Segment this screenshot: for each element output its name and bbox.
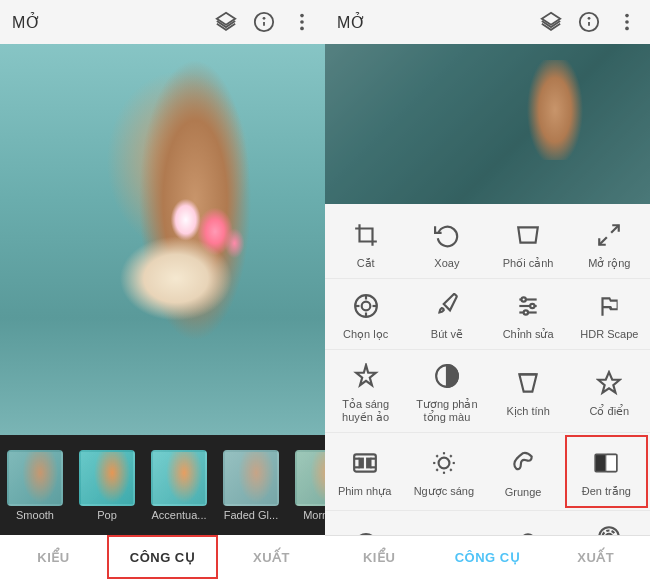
svg-marker-30 bbox=[599, 372, 621, 393]
svg-line-44 bbox=[450, 470, 452, 472]
right-title: MỞ bbox=[337, 13, 540, 32]
tool-xoay-label: Xoay bbox=[434, 257, 459, 269]
filter-strip: Smooth Pop Accentua... Faded Gl... Morni… bbox=[0, 435, 325, 535]
filter-label-morning: Morning bbox=[303, 509, 325, 521]
crop-icon bbox=[348, 217, 384, 253]
right-topbar-icons bbox=[540, 11, 638, 33]
filter-label-accentua: Accentua... bbox=[151, 509, 206, 521]
tab-kieu-right[interactable]: KIỂU bbox=[325, 536, 433, 579]
tool-nguoc-sang-label: Ngược sáng bbox=[414, 485, 474, 498]
drama-icon bbox=[510, 365, 546, 401]
right-layers-icon[interactable] bbox=[540, 11, 562, 33]
left-photo bbox=[0, 44, 325, 435]
svg-point-12 bbox=[625, 20, 629, 24]
tool-den-trang[interactable]: Đen trắng bbox=[565, 435, 648, 508]
tool-hdr-scape[interactable]: HDR Scape bbox=[569, 279, 650, 349]
head-icon bbox=[510, 526, 546, 535]
tool-kich-tinh-label: Kịch tính bbox=[506, 405, 549, 418]
tool-but-ve[interactable]: Bút vẽ bbox=[406, 279, 487, 349]
bw-icon bbox=[588, 445, 624, 481]
rotate-icon bbox=[429, 217, 465, 253]
tool-phim-nhua-label: Phim nhựa bbox=[338, 485, 391, 498]
tool-phoi-canh[interactable]: Phối cảnh bbox=[488, 208, 569, 278]
svg-rect-47 bbox=[596, 455, 607, 472]
svg-point-13 bbox=[625, 27, 629, 31]
film-icon bbox=[347, 445, 383, 481]
tool-grunge[interactable]: Grunge bbox=[484, 433, 563, 510]
tool-cat[interactable]: Cắt bbox=[325, 208, 406, 278]
tool-hdr-label: HDR Scape bbox=[580, 328, 638, 340]
filter-item[interactable]: Morning bbox=[288, 446, 325, 525]
filter-item[interactable]: Pop bbox=[72, 446, 142, 525]
right-more-vert-icon[interactable] bbox=[616, 11, 638, 33]
tool-noir[interactable]: Noir bbox=[325, 511, 406, 535]
blur-icon bbox=[591, 519, 627, 535]
sparkle-icon bbox=[348, 358, 384, 394]
svg-point-11 bbox=[625, 14, 629, 18]
tool-lam-mo[interactable]: Làm mờống kính bbox=[569, 511, 650, 535]
right-panel: MỞ bbox=[325, 0, 650, 579]
grunge-icon bbox=[505, 446, 541, 482]
right-photo-preview bbox=[325, 44, 650, 204]
tool-mo-rong-label: Mở rộng bbox=[588, 257, 630, 270]
left-bottom-tabs: KIỂU CÔNG CỤ XUẤT bbox=[0, 535, 325, 579]
tools-row-4: Phim nhựa Ngược sáng bbox=[325, 433, 650, 511]
tab-xuat-right[interactable]: XUẤT bbox=[542, 536, 650, 579]
hdr-icon bbox=[591, 288, 627, 324]
filter-item[interactable]: Smooth bbox=[0, 446, 70, 525]
svg-line-15 bbox=[600, 237, 608, 245]
tab-cong-cu-left[interactable]: CÔNG CỤ bbox=[107, 535, 218, 579]
tool-chan-dung[interactable]: Chân dung bbox=[406, 511, 487, 535]
brush-icon bbox=[429, 288, 465, 324]
tool-chinh-sua-label: Chỉnh sửa bbox=[503, 328, 554, 341]
tool-tu-the-dau[interactable]: Tư thế đầu bbox=[488, 511, 569, 535]
tab-xuat-left[interactable]: XUẤT bbox=[218, 535, 325, 579]
svg-line-43 bbox=[436, 456, 438, 458]
filter-thumb-faded bbox=[223, 450, 279, 506]
tab-kieu-left[interactable]: KIỂU bbox=[0, 535, 107, 579]
layers-icon[interactable] bbox=[215, 11, 237, 33]
tool-cat-label: Cắt bbox=[357, 257, 375, 270]
info-icon[interactable] bbox=[253, 11, 275, 33]
filter-thumb-morning bbox=[295, 450, 325, 506]
tool-co-dien[interactable]: Cổ điển bbox=[569, 350, 650, 432]
tool-toa-sang-label: Tỏa sánghuyền ảo bbox=[342, 398, 389, 424]
tools-grid: Cắt Xoay Phối cảnh bbox=[325, 204, 650, 535]
svg-point-5 bbox=[300, 20, 304, 24]
more-vert-icon[interactable] bbox=[291, 11, 313, 33]
tool-tuong-phan[interactable]: Tương phảntổng màu bbox=[406, 350, 487, 432]
tool-nguoc-sang[interactable]: Ngược sáng bbox=[404, 433, 483, 510]
svg-rect-48 bbox=[606, 455, 617, 472]
tools-row-2: Chọn lọc Bút vẽ bbox=[325, 279, 650, 350]
select-icon bbox=[348, 288, 384, 324]
tool-den-trang-label: Đen trắng bbox=[582, 485, 631, 498]
tool-phim-nhua[interactable]: Phim nhựa bbox=[325, 433, 404, 510]
tool-toa-sang[interactable]: Tỏa sánghuyền ảo bbox=[325, 350, 406, 432]
tool-kich-tinh[interactable]: Kịch tính bbox=[488, 350, 569, 432]
tool-mo-rong[interactable]: Mở rộng bbox=[569, 208, 650, 278]
tab-cong-cu-right[interactable]: CÔNG CỤ bbox=[433, 536, 541, 579]
tool-xoay[interactable]: Xoay bbox=[406, 208, 487, 278]
tools-row-5: Noir Chân dung bbox=[325, 511, 650, 535]
right-bottom-tabs: KIỂU CÔNG CỤ XUẤT bbox=[325, 535, 650, 579]
tool-phoi-canh-label: Phối cảnh bbox=[503, 257, 554, 270]
filter-thumb-smooth bbox=[7, 450, 63, 506]
filter-label-pop: Pop bbox=[97, 509, 117, 521]
left-title: MỞ bbox=[12, 13, 215, 32]
noir-icon bbox=[348, 527, 384, 535]
svg-point-27 bbox=[524, 310, 528, 314]
tool-but-ve-label: Bút vẽ bbox=[431, 328, 463, 341]
tool-chon-loc[interactable]: Chọn lọc bbox=[325, 279, 406, 349]
tool-tuong-phan-label: Tương phảntổng màu bbox=[416, 398, 477, 424]
svg-rect-31 bbox=[354, 455, 376, 472]
svg-point-38 bbox=[438, 458, 449, 469]
svg-point-6 bbox=[300, 27, 304, 31]
portrait-icon bbox=[429, 527, 465, 535]
vintage-icon bbox=[591, 365, 627, 401]
right-info-icon[interactable] bbox=[578, 11, 600, 33]
svg-line-46 bbox=[450, 456, 452, 458]
filter-item[interactable]: Accentua... bbox=[144, 446, 214, 525]
filter-label-smooth: Smooth bbox=[16, 509, 54, 521]
filter-item[interactable]: Faded Gl... bbox=[216, 446, 286, 525]
tool-chinh-sua[interactable]: Chỉnh sửa bbox=[488, 279, 569, 349]
